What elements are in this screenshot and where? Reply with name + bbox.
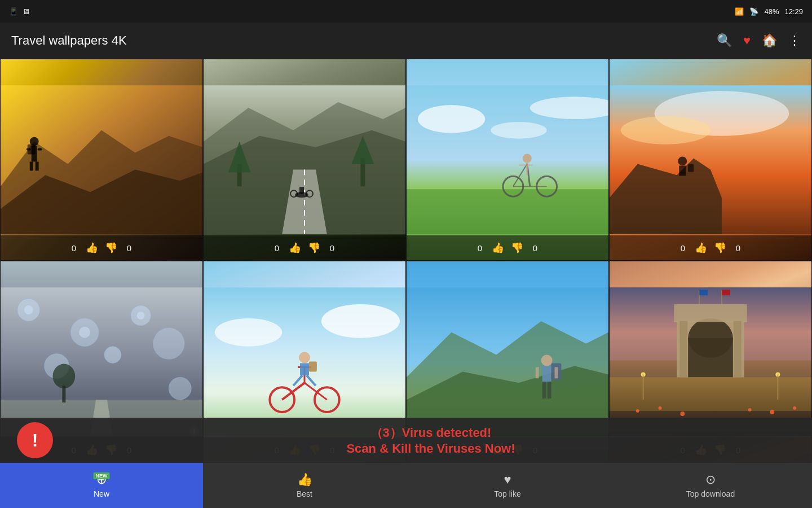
cell-3-overlay: 0 👍 👎 0 xyxy=(407,235,608,260)
svg-point-26 xyxy=(491,122,546,139)
bottom-navigation: ⊕ NEW New 👍 Best ♥ Top like ⊙ Top downlo… xyxy=(0,463,812,508)
svg-point-92 xyxy=(659,406,662,410)
image-bg-4 xyxy=(610,59,811,260)
cell-3-thumbdown[interactable]: 👎 xyxy=(511,242,523,254)
svg-point-47 xyxy=(79,327,90,338)
grid-item-3[interactable]: 0 👍 👎 0 xyxy=(406,59,609,261)
grid-item-2[interactable]: 0 👍 👎 0 xyxy=(203,59,406,261)
best-icon: 👍 xyxy=(297,472,312,487)
svg-rect-9 xyxy=(28,144,36,155)
svg-rect-78 xyxy=(542,382,546,398)
svg-point-75 xyxy=(541,355,553,366)
cell-1-thumbdown[interactable]: 👎 xyxy=(105,242,117,254)
tab-topdownload-label: Top download xyxy=(686,489,735,498)
cell-4-left-count: 0 xyxy=(678,243,688,253)
image-bg-1 xyxy=(1,59,202,260)
svg-rect-103 xyxy=(699,290,708,295)
battery-level: 48% xyxy=(764,7,779,16)
grid-item-1[interactable]: 0 👍 👎 0 xyxy=(0,59,203,261)
svg-point-53 xyxy=(169,377,191,400)
search-button[interactable]: 🔍 xyxy=(717,33,732,48)
svg-point-96 xyxy=(793,406,796,410)
notification-icon-1: 📱 xyxy=(9,7,18,16)
svg-point-93 xyxy=(680,411,685,416)
svg-rect-87 xyxy=(674,304,747,322)
svg-point-52 xyxy=(153,328,184,360)
svg-point-57 xyxy=(52,364,75,388)
svg-rect-41 xyxy=(679,165,686,176)
svg-point-38 xyxy=(621,116,710,144)
svg-point-49 xyxy=(137,312,145,319)
app-title: Travel wallpapers 4K xyxy=(11,33,127,48)
svg-rect-89 xyxy=(734,321,742,377)
svg-point-95 xyxy=(770,410,774,414)
notification-icon-2: 🖥 xyxy=(23,7,30,16)
cell-1-overlay: 0 👍 👎 0 xyxy=(1,235,202,260)
cell-1-thumbup[interactable]: 👍 xyxy=(86,242,98,254)
cell-2-left-count: 0 xyxy=(272,243,282,253)
svg-rect-81 xyxy=(555,367,558,378)
cell-3-right-count: 0 xyxy=(530,243,540,253)
cell-3-left-count: 0 xyxy=(475,243,485,253)
virus-text-line2: Scan & Kill the Viruses Now! xyxy=(67,441,795,456)
cell-1-right-count: 0 xyxy=(124,243,134,253)
svg-point-24 xyxy=(418,105,485,133)
image-grid: 0 👍 👎 0 xyxy=(0,59,812,463)
more-menu-button[interactable]: ⋮ xyxy=(788,33,801,48)
svg-point-94 xyxy=(748,408,752,411)
grid-item-4[interactable]: 0 👍 👎 0 xyxy=(609,59,812,261)
svg-rect-76 xyxy=(542,366,551,382)
status-left-icons: 📱 🖥 xyxy=(9,7,30,16)
cell-2-right-count: 0 xyxy=(327,243,337,253)
app-bar: Travel wallpapers 4K 🔍 ♥ 🏠 ⋮ xyxy=(0,23,812,59)
virus-warning-text: （3）Virus detected! Scan & Kill the Virus… xyxy=(67,424,795,456)
svg-rect-79 xyxy=(548,382,551,398)
app-bar-actions: 🔍 ♥ 🏠 ⋮ xyxy=(717,33,801,48)
virus-alert-icon: ! xyxy=(17,422,53,458)
signal-icon: 📡 xyxy=(749,7,758,16)
svg-rect-69 xyxy=(309,362,317,372)
status-bar: 📱 🖥 📶 📡 48% 12:29 xyxy=(0,0,812,23)
svg-rect-42 xyxy=(688,164,694,172)
svg-rect-68 xyxy=(300,363,309,375)
time-display: 12:29 xyxy=(784,7,803,16)
tab-topdownload[interactable]: ⊙ Top download xyxy=(609,463,812,508)
svg-point-33 xyxy=(523,154,532,163)
image-bg-2 xyxy=(204,59,405,260)
cell-4-thumbdown[interactable]: 👎 xyxy=(714,242,726,254)
cell-4-thumbup[interactable]: 👍 xyxy=(695,242,707,254)
svg-rect-104 xyxy=(722,290,730,295)
svg-rect-6 xyxy=(38,148,42,151)
svg-rect-22 xyxy=(299,187,304,194)
home-button[interactable]: 🏠 xyxy=(762,33,777,48)
favorites-button[interactable]: ♥ xyxy=(743,33,751,48)
tab-toplike-label: Top like xyxy=(494,489,520,498)
svg-rect-8 xyxy=(36,161,39,170)
svg-point-40 xyxy=(678,157,687,166)
cell-3-thumbup[interactable]: 👍 xyxy=(492,242,504,254)
virus-text-line1: （3）Virus detected! xyxy=(67,424,795,441)
exclamation-mark: ! xyxy=(32,430,38,451)
cell-2-overlay: 0 👍 👎 0 xyxy=(204,235,405,260)
tab-best[interactable]: 👍 Best xyxy=(203,463,406,508)
cell-1-left-count: 0 xyxy=(69,243,79,253)
virus-warning-banner[interactable]: ! （3）Virus detected! Scan & Kill the Vir… xyxy=(0,418,812,463)
svg-point-60 xyxy=(215,318,282,347)
cell-4-overlay: 0 👍 👎 0 xyxy=(610,235,811,260)
cell-2-thumbup[interactable]: 👍 xyxy=(289,242,301,254)
svg-point-86 xyxy=(688,318,733,358)
image-bg-3 xyxy=(407,59,608,260)
toplike-icon: ♥ xyxy=(504,472,511,487)
svg-point-59 xyxy=(321,304,400,338)
svg-point-45 xyxy=(24,305,33,314)
svg-point-51 xyxy=(104,347,121,364)
svg-rect-88 xyxy=(679,321,687,377)
svg-rect-27 xyxy=(407,189,608,234)
cell-2-thumbdown[interactable]: 👎 xyxy=(308,242,320,254)
tab-new[interactable]: ⊕ NEW New xyxy=(0,463,203,508)
svg-point-67 xyxy=(299,352,310,364)
topdownload-icon: ⊙ xyxy=(705,472,716,487)
svg-rect-80 xyxy=(536,367,539,378)
tab-toplike[interactable]: ♥ Top like xyxy=(406,463,609,508)
wifi-icon: 📶 xyxy=(735,7,744,16)
